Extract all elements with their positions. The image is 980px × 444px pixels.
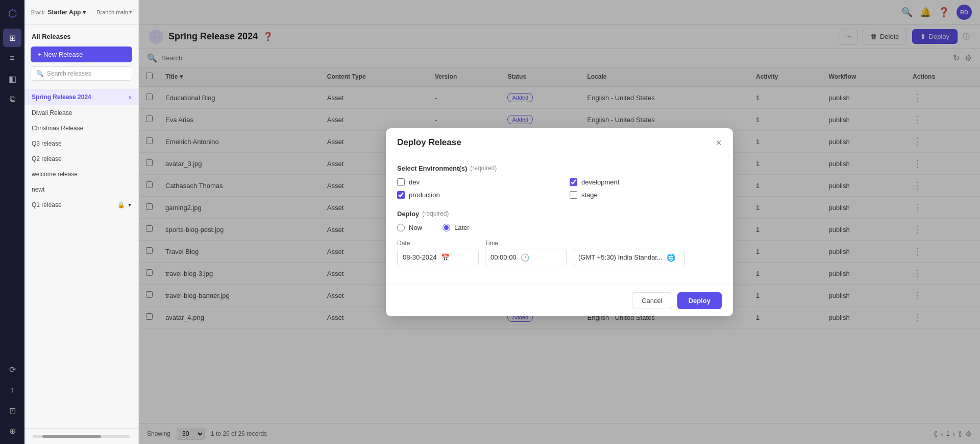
sidebar: Stack Starter App ▾ Branch main ▾ All Re… <box>24 0 139 444</box>
sidebar-top-bar: Stack Starter App ▾ Branch main ▾ <box>24 0 138 25</box>
new-release-button[interactable]: + New Release <box>31 46 132 62</box>
deploy-later-option[interactable]: Later <box>443 224 470 231</box>
nav-workflows[interactable]: ⟳ <box>3 360 21 379</box>
clock-icon: 🕐 <box>521 253 529 262</box>
release-item-q3[interactable]: Q3 release <box>24 136 138 151</box>
deploy-now-option[interactable]: Now <box>397 224 422 231</box>
modal-overlay: Deploy Release × Select Environment(s) (… <box>139 0 980 444</box>
modal-footer: Cancel Deploy <box>386 285 733 316</box>
date-time-row: Date 08-30-2024 📅 Time 00:00:00 🕐 <box>397 240 722 266</box>
branch-info[interactable]: Branch main ▾ <box>96 9 132 15</box>
timezone-input[interactable]: (GMT +5:30) India Standar... 🌐 <box>573 249 685 266</box>
env-dev-checkbox[interactable] <box>397 178 405 186</box>
search-releases-input[interactable]: 🔍 Search releases <box>31 66 132 81</box>
modal-title: Deploy Release <box>397 137 461 148</box>
modal-close-button[interactable]: × <box>716 137 722 148</box>
nav-assets[interactable]: ◧ <box>3 69 21 88</box>
release-item-spring[interactable]: Spring Release 2024 › <box>24 89 138 105</box>
nav-layers[interactable]: ⧉ <box>3 90 21 108</box>
deploy-modal-button[interactable]: Deploy <box>677 292 722 309</box>
nav-extensions[interactable]: ⊡ <box>3 401 21 419</box>
chevron-down-icon: ▾ <box>128 201 131 208</box>
sidebar-bottom <box>24 428 138 444</box>
release-item-diwali[interactable]: Diwali Release <box>24 105 138 121</box>
sidebar-actions: All Releases + New Release 🔍 Search rele… <box>24 25 138 87</box>
date-input[interactable]: 08-30-2024 📅 <box>397 249 479 266</box>
release-item-q1[interactable]: Q1 release 🔒 ▾ <box>24 197 138 213</box>
nav-settings[interactable]: ↑ <box>3 381 21 399</box>
main-area: 🔍 🔔 ❓ RD ← Spring Release 2024 ❓ ··· 🗑 D… <box>139 0 980 444</box>
time-input[interactable]: 00:00:00 🕐 <box>485 249 567 266</box>
env-production-checkbox[interactable] <box>397 191 405 199</box>
deploy-now-radio[interactable] <box>397 224 405 231</box>
nav-extra[interactable]: ⊕ <box>3 422 21 440</box>
releases-list: Spring Release 2024 › Diwali Release Chr… <box>24 87 138 428</box>
search-icon: 🔍 <box>36 70 44 77</box>
nav-releases[interactable]: ⊞ <box>3 29 21 47</box>
deploy-release-modal: Deploy Release × Select Environment(s) (… <box>386 128 733 316</box>
deploy-section: Deploy (required) Now Later <box>397 210 722 266</box>
release-item-q2[interactable]: Q2 release <box>24 151 138 167</box>
env-field-label: Select Environment(s) (required) <box>397 165 722 172</box>
release-item-newt[interactable]: newt <box>24 182 138 197</box>
time-label: Time <box>485 240 567 247</box>
env-development-checkbox[interactable] <box>570 178 577 186</box>
nav-content[interactable]: ≡ <box>3 49 21 67</box>
env-stage[interactable]: stage <box>570 191 722 199</box>
app-logo[interactable]: ⬡ <box>3 4 21 22</box>
deploy-required-tag: (required) <box>422 210 449 217</box>
globe-icon: 🌐 <box>667 253 675 262</box>
cancel-button[interactable]: Cancel <box>632 292 672 309</box>
date-field: Date 08-30-2024 📅 <box>397 240 479 266</box>
deploy-later-radio[interactable] <box>443 224 450 231</box>
env-stage-checkbox[interactable] <box>570 191 577 199</box>
chevron-right-icon: › <box>129 93 131 101</box>
release-item-welcome[interactable]: welcome release <box>24 167 138 182</box>
icon-nav: ⬡ ⊞ ≡ ◧ ⧉ ⟳ ↑ ⊡ ⊕ <box>0 0 24 444</box>
app-name: Stack <box>31 9 45 15</box>
search-placeholder: Search releases <box>47 70 91 77</box>
date-label: Date <box>397 240 479 247</box>
env-required-tag: (required) <box>470 165 497 172</box>
deploy-field-label: Deploy (required) <box>397 210 722 218</box>
env-production[interactable]: production <box>397 191 549 199</box>
release-item-christmas[interactable]: Christmas Release <box>24 121 138 136</box>
calendar-icon: 📅 <box>441 253 450 262</box>
time-field: Time 00:00:00 🕐 <box>485 240 567 266</box>
all-releases-heading: All Releases <box>31 31 132 42</box>
modal-header: Deploy Release × <box>386 128 733 155</box>
env-dev[interactable]: dev <box>397 178 549 186</box>
env-development[interactable]: development <box>570 178 722 186</box>
deploy-radio-group: Now Later <box>397 224 722 231</box>
modal-body: Select Environment(s) (required) dev dev… <box>386 155 733 285</box>
timezone-field: (GMT +5:30) India Standar... 🌐 <box>573 249 685 266</box>
lock-icon: 🔒 <box>117 201 125 208</box>
environments-grid: dev development production stage <box>397 178 722 199</box>
app-subname[interactable]: Starter App ▾ <box>48 9 86 16</box>
